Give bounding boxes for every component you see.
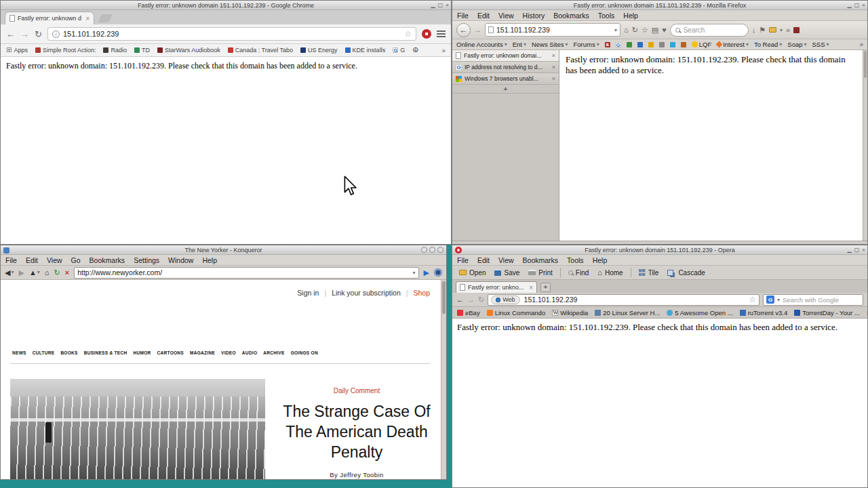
- home-icon[interactable]: ⌂: [45, 269, 50, 277]
- close-tab-icon[interactable]: ×: [552, 75, 555, 82]
- sign-in-link[interactable]: Sign in: [297, 289, 319, 297]
- bookmark-item[interactable]: ruTorrent v3.4: [740, 309, 788, 317]
- menu-view[interactable]: View: [498, 12, 514, 20]
- bookmark-folder[interactable]: News Sites▾: [532, 41, 568, 48]
- bookmark-item[interactable]: StarWars Audiobook: [157, 47, 220, 54]
- back-icon[interactable]: ◀▾: [5, 269, 14, 277]
- forward-icon[interactable]: →: [474, 26, 481, 34]
- nav-audio[interactable]: AUDIO: [242, 350, 257, 355]
- web-badge[interactable]: Web: [491, 296, 519, 304]
- stop-icon[interactable]: ×: [65, 269, 69, 277]
- close-tab-icon[interactable]: ×: [552, 64, 555, 70]
- tile-button[interactable]: Tile: [635, 266, 663, 279]
- close-tab-icon[interactable]: ×: [85, 15, 90, 22]
- flag-icon[interactable]: ⚑: [759, 26, 766, 34]
- downloads-icon[interactable]: ↓: [752, 26, 756, 34]
- new-tab-button[interactable]: +: [452, 85, 559, 94]
- minimize-icon[interactable]: ▁: [431, 1, 435, 9]
- close-icon[interactable]: ×: [862, 1, 865, 9]
- url-input[interactable]: [77, 268, 410, 277]
- extension-icon[interactable]: [422, 29, 431, 39]
- minimize-icon[interactable]: ▁: [848, 245, 852, 254]
- vertical-tab-active[interactable]: Fastly error: unknown domai... ×: [452, 50, 559, 62]
- close-tab-icon[interactable]: ×: [529, 284, 533, 291]
- menu-file[interactable]: File: [457, 12, 469, 20]
- bookmark-folder[interactable]: Forums▾: [573, 41, 599, 48]
- bookmark-item[interactable]: WWikipedia: [552, 309, 588, 317]
- menu-edit[interactable]: Edit: [477, 256, 490, 264]
- toolbar-overflow-icon[interactable]: »: [786, 26, 790, 34]
- bookmark-favicon[interactable]: [627, 42, 632, 47]
- print-button[interactable]: Print: [525, 266, 556, 279]
- bookmark-star-icon[interactable]: ☆: [404, 29, 412, 39]
- close-icon[interactable]: ×: [446, 1, 449, 9]
- menu-help[interactable]: Help: [202, 256, 217, 264]
- back-icon[interactable]: ←: [6, 30, 15, 39]
- menu-settings[interactable]: Settings: [134, 256, 159, 264]
- bookmark-apps[interactable]: ⊞Apps: [6, 47, 28, 54]
- bookmark-favicon[interactable]: a: [605, 42, 610, 47]
- menu-view[interactable]: View: [498, 256, 514, 264]
- link-subscription-link[interactable]: Link your subscription: [332, 289, 401, 297]
- reload-icon[interactable]: ↻: [478, 296, 484, 304]
- nav-magazine[interactable]: MAGAZINE: [190, 350, 215, 355]
- shop-link[interactable]: Shop: [413, 289, 430, 297]
- bookmark-item[interactable]: Simple Root Action:: [35, 47, 96, 54]
- maximize-icon[interactable]: ▢: [854, 245, 860, 254]
- bookmark-folder[interactable]: Ent▾: [513, 41, 526, 48]
- toolbar-caret-icon[interactable]: ▾: [780, 27, 783, 33]
- bookmark-favicon[interactable]: [637, 42, 643, 47]
- nav-business-tech[interactable]: BUSINESS & TECH: [84, 350, 127, 355]
- bookmark-favicon[interactable]: G: [616, 42, 621, 47]
- nav-goings-on[interactable]: GOINGS ON: [291, 350, 318, 355]
- home-icon[interactable]: ⌂: [624, 26, 629, 34]
- page-info-icon[interactable]: i: [52, 30, 60, 38]
- bookmark-folder[interactable]: Online Accounts▾: [456, 41, 507, 48]
- menu-bookmarks[interactable]: Bookmarks: [553, 12, 589, 20]
- menu-tools[interactable]: Tools: [567, 256, 584, 264]
- menu-window[interactable]: Window: [168, 256, 193, 264]
- cascade-button[interactable]: Cascade: [664, 266, 708, 279]
- menu-history[interactable]: History: [523, 12, 545, 20]
- bookmark-item[interactable]: TD: [134, 47, 150, 54]
- find-button[interactable]: Find: [565, 266, 592, 279]
- menu-help[interactable]: Help: [623, 12, 638, 20]
- menu-icon[interactable]: [437, 30, 446, 37]
- close-icon[interactable]: [437, 247, 443, 253]
- scrollbar[interactable]: [441, 280, 446, 479]
- home-button[interactable]: ⌂Home: [594, 266, 626, 279]
- bookmark-star-icon[interactable]: ☆: [749, 295, 756, 304]
- bookmarks-overflow-icon[interactable]: »: [867, 309, 867, 317]
- menu-edit[interactable]: Edit: [26, 256, 38, 264]
- up-icon[interactable]: ▲▾: [29, 269, 40, 277]
- bookmark-item[interactable]: LQF: [692, 41, 711, 48]
- menu-help[interactable]: Help: [593, 256, 608, 264]
- bookmark-star-icon[interactable]: ☆: [642, 26, 648, 34]
- search-engine-caret-icon[interactable]: ▾: [777, 297, 780, 303]
- minimize-icon[interactable]: [421, 247, 427, 253]
- maximize-icon[interactable]: ▢: [854, 1, 860, 9]
- bookmark-folder[interactable]: Soap▾: [787, 41, 806, 48]
- go-icon[interactable]: ▶: [424, 269, 429, 277]
- bookmark-item[interactable]: Canada : Travel Tabo: [228, 47, 293, 54]
- bookmark-item[interactable]: TorrentDay - Your ...: [794, 309, 859, 317]
- nav-cartoons[interactable]: CARTOONS: [157, 350, 184, 355]
- nav-news[interactable]: NEWS: [12, 350, 26, 355]
- maximize-icon[interactable]: [429, 247, 435, 253]
- search-box[interactable]: G ▾: [763, 294, 863, 306]
- bookmarks-overflow-icon[interactable]: »: [859, 41, 863, 48]
- menu-edit[interactable]: Edit: [477, 12, 490, 20]
- forward-icon[interactable]: →: [20, 30, 29, 39]
- scrollbar[interactable]: [863, 50, 867, 241]
- bookmark-folder[interactable]: Interest▾: [717, 41, 749, 48]
- bookmark-favicon[interactable]: [670, 42, 675, 47]
- minimize-icon[interactable]: ▁: [848, 1, 852, 9]
- bookmark-item[interactable]: Radio: [103, 47, 127, 54]
- forward-icon[interactable]: ▶: [18, 269, 24, 277]
- menu-file[interactable]: File: [5, 256, 17, 264]
- new-tab-button[interactable]: +: [540, 283, 551, 292]
- bookmark-item[interactable]: Linux Commando: [487, 309, 545, 317]
- reading-list-icon[interactable]: ▤: [652, 26, 658, 34]
- menu-bookmarks[interactable]: Bookmarks: [90, 256, 125, 264]
- menu-view[interactable]: View: [47, 256, 62, 264]
